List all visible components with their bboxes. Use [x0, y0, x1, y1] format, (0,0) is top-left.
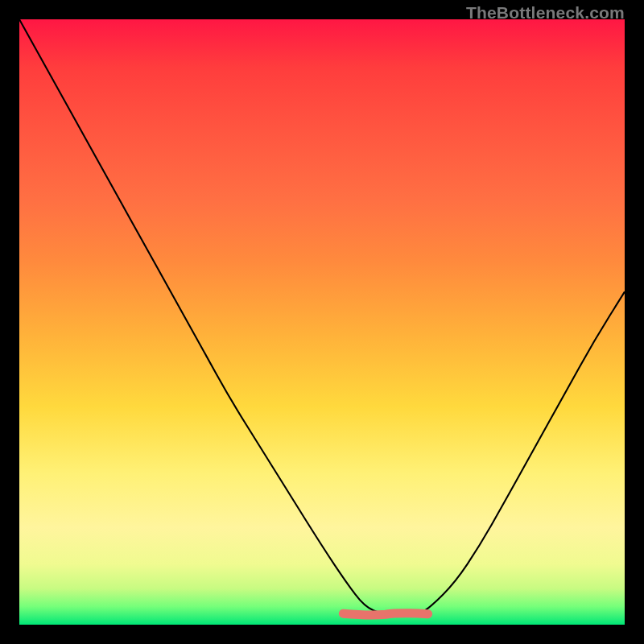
valley-highlight	[343, 613, 427, 615]
watermark: TheBottleneck.com	[466, 3, 625, 23]
bottleneck-chart	[19, 19, 625, 625]
bottleneck-curve	[19, 19, 625, 615]
